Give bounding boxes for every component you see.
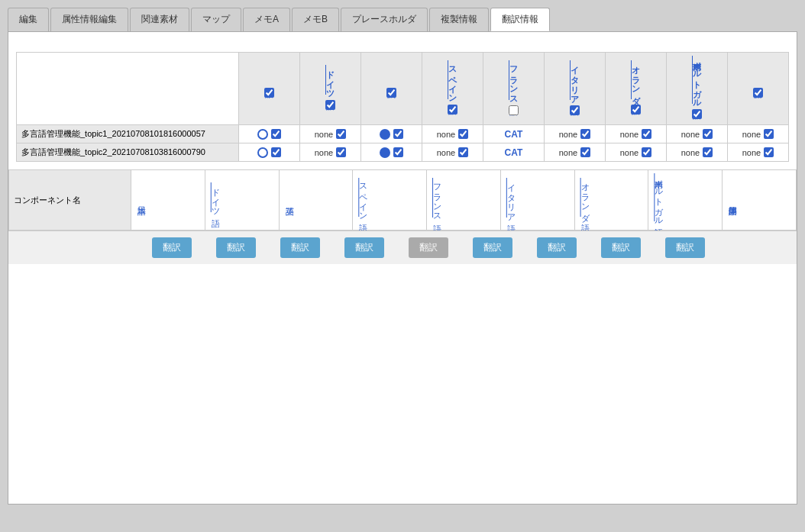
cell-checkbox-0-8[interactable] xyxy=(764,129,774,139)
footer-lang-label-7[interactable]: 南米ポルトガル語 xyxy=(653,173,664,221)
cell-content-1-8: none xyxy=(732,147,784,157)
table-row-0: 多言語管理機能_topic1_20210708101816000057 none… xyxy=(17,125,789,143)
lang-label-1[interactable]: ドイツ語 xyxy=(325,65,336,95)
tab-1[interactable]: 属性情報編集 xyxy=(50,8,128,31)
circle-filled-icon xyxy=(380,129,390,140)
footer-lang-label-5[interactable]: イタリア語 xyxy=(506,178,517,218)
lang-checkbox-wrap-5 xyxy=(549,105,600,118)
cell-checkbox-0-1[interactable] xyxy=(336,129,346,139)
section-label xyxy=(16,40,789,46)
tab-2[interactable]: 関連素材 xyxy=(130,8,189,31)
cell-checkbox-0-6[interactable] xyxy=(642,129,651,139)
cell-checkbox-1-6[interactable] xyxy=(642,147,651,157)
cell-content-1-4: CAT xyxy=(488,147,539,158)
cell-1-4: CAT xyxy=(483,143,545,162)
translate-button-6[interactable]: 翻訳 xyxy=(537,237,577,258)
lang-checkbox-wrap-2 xyxy=(366,88,417,100)
lang-label-7[interactable]: 南米ポルトガル語 xyxy=(691,56,703,104)
cell-0-4: CAT xyxy=(483,125,545,143)
translate-button-4[interactable]: 翻訳 xyxy=(409,237,448,258)
lang-checkbox-wrap-1 xyxy=(305,100,356,112)
tab-3[interactable]: マップ xyxy=(191,8,241,31)
lang-checkbox-5[interactable] xyxy=(570,105,580,115)
footer-lang-label-1[interactable]: ドイツ語 xyxy=(210,182,221,212)
translate-button-2[interactable]: 翻訳 xyxy=(280,237,320,258)
translate-btn-wrapper-7: 翻訳 xyxy=(590,237,651,258)
lang-label-4[interactable]: フランス語 xyxy=(508,60,519,100)
none-text-1-3: none xyxy=(437,148,455,157)
cell-checkbox-1-5[interactable] xyxy=(580,147,590,157)
cell-checkbox-0-5[interactable] xyxy=(580,129,590,139)
cell-0-3: none xyxy=(422,125,483,143)
tab-4[interactable]: メモA xyxy=(243,8,290,31)
lang-label-3[interactable]: スペイン語 xyxy=(447,60,458,99)
tab-0[interactable]: 編集 xyxy=(8,8,49,31)
lang-label-5[interactable]: イタリア語 xyxy=(569,60,580,100)
footer-lang-label-6[interactable]: オランダ語 xyxy=(580,178,591,217)
lang-checkbox-1[interactable] xyxy=(325,100,335,110)
cell-content-0-2 xyxy=(366,129,417,140)
tab-5[interactable]: メモB xyxy=(292,8,339,31)
lang-header-4: フランス語 xyxy=(483,53,545,125)
cell-checkbox-0-2[interactable] xyxy=(393,129,403,139)
cell-1-2 xyxy=(361,143,422,162)
cell-checkbox-1-0[interactable] xyxy=(271,147,281,157)
cell-checkbox-1-1[interactable] xyxy=(336,147,346,157)
cell-checkbox-0-7[interactable] xyxy=(703,129,713,139)
tab-7[interactable]: 複製情報 xyxy=(429,8,489,31)
cell-checkbox-1-8[interactable] xyxy=(764,147,774,157)
row-name-1: 多言語管理機能_topic2_20210708103816000790 xyxy=(17,143,239,162)
translate-btn-wrapper-8: 翻訳 xyxy=(655,237,716,258)
footer-component-row: コンポーネント名日本語ドイツ語英語スペイン語フランス語イタリア語オランダ語南米ポ… xyxy=(9,170,797,231)
translate-btn-wrapper-5: 翻訳 xyxy=(462,237,523,258)
cell-checkbox-1-2[interactable] xyxy=(393,147,403,157)
lang-checkbox-7[interactable] xyxy=(692,109,702,119)
cell-0-0 xyxy=(239,125,300,143)
none-text-0-8: none xyxy=(742,130,761,139)
cell-content-1-1: none xyxy=(305,147,356,157)
lang-checkbox-wrap-3 xyxy=(427,105,478,117)
footer-lang-8: 簡体中国語 xyxy=(723,170,797,231)
circle-filled-icon xyxy=(380,147,390,158)
cell-content-0-7: none xyxy=(671,129,723,139)
header-row: 日本語 ドイツ語 英語 スペイン語 フランス語 イタリア語 xyxy=(17,53,789,125)
cell-content-1-6: none xyxy=(610,147,661,157)
footer-lang-label-4[interactable]: フランス語 xyxy=(432,178,443,218)
translate-button-7[interactable]: 翻訳 xyxy=(601,237,641,258)
none-text-0-7: none xyxy=(681,130,700,139)
lang-checkbox-6[interactable] xyxy=(631,105,641,114)
lang-checkbox-0[interactable] xyxy=(264,88,274,98)
translate-btn-wrapper-1: 翻訳 xyxy=(205,237,267,258)
translate-button-1[interactable]: 翻訳 xyxy=(216,237,256,258)
translate-button-3[interactable]: 翻訳 xyxy=(344,237,384,258)
tab-6[interactable]: プレースホルダ xyxy=(341,8,428,31)
lang-header-2: 英語 xyxy=(361,53,422,125)
lang-checkbox-4[interactable] xyxy=(509,105,519,115)
footer-lang-7: 南米ポルトガル語 xyxy=(648,170,723,231)
footer-lang-2: 英語 xyxy=(279,170,353,231)
lang-checkbox-8[interactable] xyxy=(753,88,763,98)
lang-header-6: オランダ語 xyxy=(606,53,667,125)
cell-content-0-1: none xyxy=(305,129,356,139)
cell-content-1-5: none xyxy=(549,147,600,157)
cat-text-0-4: CAT xyxy=(505,129,523,140)
none-text-1-8: none xyxy=(742,148,761,157)
cell-checkbox-0-3[interactable] xyxy=(458,129,468,139)
lang-label-6[interactable]: オランダ語 xyxy=(630,60,642,99)
footer-lang-5: イタリア語 xyxy=(500,170,574,231)
footer-lang-0: 日本語 xyxy=(131,170,205,231)
cell-checkbox-1-7[interactable] xyxy=(703,147,713,157)
tab-8[interactable]: 翻訳情報 xyxy=(490,8,550,31)
lang-checkbox-3[interactable] xyxy=(448,105,457,114)
translate-button-8[interactable]: 翻訳 xyxy=(665,237,705,258)
footer-lang-label-3[interactable]: スペイン語 xyxy=(357,178,369,217)
cell-checkbox-1-3[interactable] xyxy=(458,147,468,157)
footer-lang-1: ドイツ語 xyxy=(205,170,279,231)
cell-checkbox-0-0[interactable] xyxy=(271,129,281,139)
translate-button-0[interactable]: 翻訳 xyxy=(152,237,192,258)
lang-checkbox-wrap-0 xyxy=(244,88,295,100)
lang-checkbox-2[interactable] xyxy=(386,88,396,98)
translate-button-5[interactable]: 翻訳 xyxy=(473,237,512,258)
cell-1-3: none xyxy=(422,143,483,162)
cell-0-7: none xyxy=(667,125,728,143)
